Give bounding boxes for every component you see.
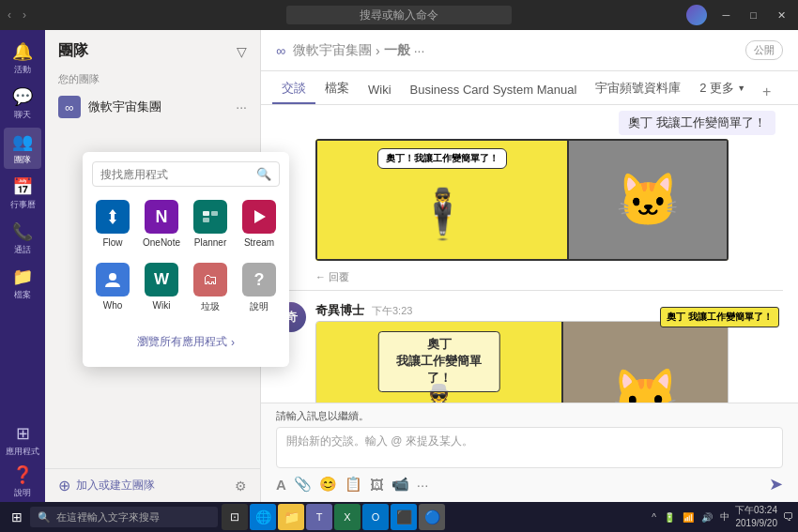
app-grid: Flow N OneNote Planner <box>83 194 289 319</box>
reply-btn-1[interactable]: ← 回覆 <box>315 270 783 284</box>
tab-files[interactable]: 檔案 <box>315 74 359 104</box>
close-btn[interactable]: ✕ <box>773 8 790 23</box>
sidebar-item-activity[interactable]: 🔔 活動 <box>4 38 41 79</box>
teams-header: 團隊 ▽ <box>45 30 260 68</box>
taskbar-search-icon: 🔍 <box>38 511 51 524</box>
taskbar-app-outlook[interactable]: O <box>362 504 389 530</box>
taskbar-apps: ⊡ 🌐 📁 T X O ⬛ 🔵 <box>222 504 445 530</box>
comic2-left: 奧丁我讓工作變簡單了！ 🕴 <box>316 322 563 403</box>
tab-wiki[interactable]: Wiki <box>359 77 401 104</box>
video-icon[interactable]: 📹 <box>391 476 409 493</box>
systray-volume[interactable]: 🔊 <box>701 512 713 523</box>
settings-gear-icon[interactable]: ⚙ <box>235 479 247 494</box>
search-placeholder: 搜尋或輸入命令 <box>360 8 438 23</box>
systray-network: 📶 <box>683 512 694 523</box>
app-item-stream[interactable]: Stream <box>237 194 282 253</box>
input-toolbar: A 📎 😊 📋 🖼 📹 ··· ➤ <box>276 472 783 496</box>
team-more-icon[interactable]: ··· <box>236 99 247 114</box>
planner-icon <box>193 200 227 234</box>
cat-figure: 🐱 <box>616 170 681 231</box>
sidebar-item-apps[interactable]: ⊞ 應用程式 <box>4 419 41 461</box>
start-button[interactable]: ⊞ <box>4 506 30 528</box>
send-button[interactable]: ➤ <box>769 474 783 494</box>
browse-all-arrow: › <box>231 336 235 349</box>
app-item-flow[interactable]: Flow <box>90 194 135 253</box>
tabs-bar: 交談 檔案 Wiki Business Card System Manual 宇… <box>261 71 798 105</box>
svg-marker-3 <box>254 210 266 223</box>
taskbar-app-excel[interactable]: X <box>334 504 361 530</box>
tab-ufo[interactable]: 宇宙頻號資料庫 <box>586 74 690 104</box>
taskbar-app-store[interactable]: ⬛ <box>391 504 417 530</box>
flow-label: Flow <box>102 237 122 248</box>
nav-fwd-btn[interactable]: › <box>23 8 26 22</box>
svg-rect-0 <box>203 211 209 216</box>
activity-label: 活動 <box>14 64 31 76</box>
emoji-icon[interactable]: 😊 <box>319 476 337 493</box>
taskbar-search[interactable]: 🔍 在這裡輸入文字來搜尋 <box>30 507 218 527</box>
tab-bizcard[interactable]: Business Card System Manual <box>401 77 587 104</box>
minimize-btn[interactable]: ─ <box>718 8 735 23</box>
calls-icon: 📞 <box>12 221 33 242</box>
app-item-log[interactable]: 🗂 垃圾 <box>188 257 233 319</box>
comic2-right: 🐱 奧丁 我讓工作變簡單了！ <box>563 322 728 403</box>
more-options-icon[interactable]: ··· <box>417 477 429 493</box>
maximize-btn[interactable]: □ <box>745 8 761 23</box>
sidebar-item-calls[interactable]: 📞 通話 <box>4 218 41 259</box>
app-item-who[interactable]: Who <box>90 257 135 319</box>
giphy-icon[interactable]: 📋 <box>345 476 362 493</box>
app-item-help2[interactable]: ? 說明 <box>237 257 282 319</box>
user-avatar[interactable] <box>686 5 707 25</box>
taskbar-app-edge[interactable]: 🌐 <box>250 504 276 530</box>
channel-header: ∞ 微軟宇宙集團 › 一般 ··· 公開 <box>261 30 798 71</box>
taskbar-app-other[interactable]: 🔵 <box>419 504 445 530</box>
taskbar-app-task[interactable]: ⊡ <box>222 504 248 530</box>
chat-area[interactable]: 奧丁 我讓工作變簡單了！ 奧丁！我讓工作變簡單了！ 🕴 🐱 <box>261 105 798 403</box>
taskbar-right: ^ 🔋 📶 🔊 中 下午03:24 2019/9/20 🗨 <box>652 504 794 530</box>
calendar-icon: 📅 <box>12 176 33 197</box>
taskbar-app-teams[interactable]: T <box>306 504 332 530</box>
browse-all-btn[interactable]: 瀏覽所有應用程式 › <box>92 328 280 356</box>
attach-icon[interactable]: 📎 <box>294 476 312 493</box>
sidebar-item-chat[interactable]: 💬 聊天 <box>4 83 41 124</box>
help2-label: 說明 <box>250 300 269 313</box>
app-item-planner[interactable]: Planner <box>188 194 233 253</box>
tab-more[interactable]: 2 更多 ▼ <box>690 74 755 104</box>
channel-public-badge: 公開 <box>745 40 783 60</box>
tab-add-btn[interactable]: + <box>755 80 778 104</box>
team-item-microsoft[interactable]: ∞ 微軟宇宙集團 ··· <box>45 90 260 124</box>
input-box[interactable]: 開始新的交談。輸入 @ 來提及某人。 <box>276 427 783 468</box>
calendar-label: 行事曆 <box>10 199 36 211</box>
titlebar-search[interactable]: 搜尋或輸入命令 <box>286 6 512 24</box>
msg2-comic: 奧丁我讓工作變簡單了！ 🕴 🐱 奧丁 我讓工作變簡單了！ <box>315 321 729 403</box>
format-text-icon[interactable]: A <box>276 477 286 493</box>
taskbar-notification-icon[interactable]: 🗨 <box>783 510 794 524</box>
channel-more-icon[interactable]: ··· <box>414 43 425 58</box>
taskbar-app-explorer[interactable]: 📁 <box>278 504 304 530</box>
titlebar: ‹ › 搜尋或輸入命令 ─ □ ✕ <box>0 0 798 30</box>
log-label: 垃圾 <box>201 300 220 313</box>
flow-icon <box>96 200 130 234</box>
sidebar-item-teams[interactable]: 👥 團隊 <box>4 128 41 169</box>
app-search-input[interactable] <box>100 168 251 181</box>
app-item-onenote[interactable]: N OneNote <box>139 194 184 253</box>
sidebar-item-help[interactable]: ❓ 說明 <box>4 461 41 502</box>
team-logo: ∞ <box>58 96 81 118</box>
systray-expand[interactable]: ^ <box>652 512 656 523</box>
comic-panel-right: 🐱 <box>569 139 729 261</box>
nav-back-btn[interactable]: ‹ <box>8 8 11 22</box>
msg1-comic: 奧丁！我讓工作變簡單了！ 🕴 🐱 <box>315 139 729 261</box>
tab-chat[interactable]: 交談 <box>272 74 315 104</box>
systray-ime[interactable]: 中 <box>720 510 729 524</box>
app-item-wiki[interactable]: W Wiki <box>139 257 184 319</box>
who-label: Who <box>103 300 123 311</box>
taskbar-clock[interactable]: 下午03:24 2019/9/20 <box>735 504 777 530</box>
filter-icon[interactable]: ▽ <box>237 44 247 59</box>
sidebar-item-files[interactable]: 📁 檔案 <box>4 263 41 304</box>
add-team-btn[interactable]: ⊕ 加入或建立團隊 <box>58 477 155 494</box>
team-breadcrumb: 微軟宇宙集團 <box>293 42 372 59</box>
image-icon[interactable]: 🖼 <box>370 477 384 493</box>
apps-label: 應用程式 <box>6 446 39 458</box>
sidebar-item-calendar[interactable]: 📅 行事曆 <box>4 173 41 214</box>
comic-panel-left: 奧丁！我讓工作變簡單了！ 🕴 <box>315 139 569 261</box>
msg2-group: 奇 奇異博士 下午3:23 奧丁我讓工作變簡單了！ 🕴 <box>261 295 798 403</box>
